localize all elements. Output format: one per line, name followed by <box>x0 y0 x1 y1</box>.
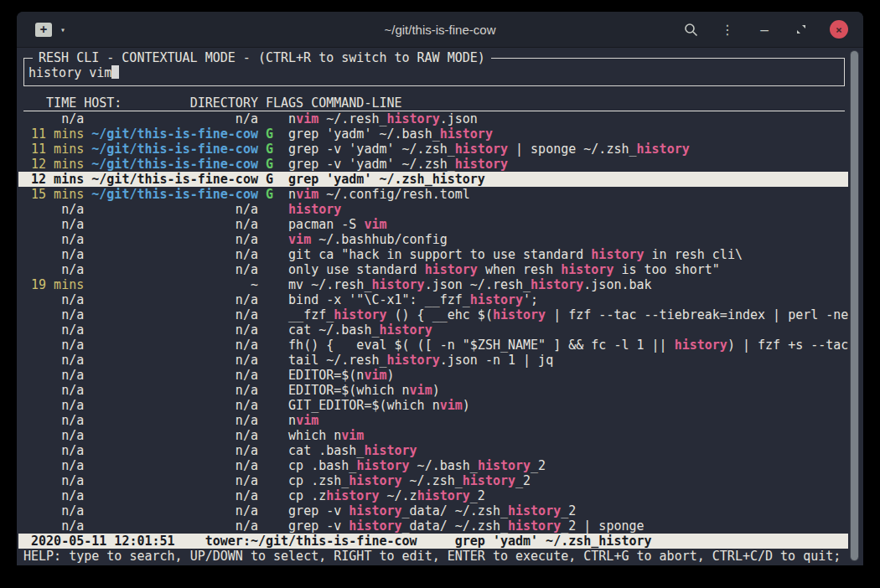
history-row[interactable]: n/a n/a bind -x '"\C-x1": __fzf_history'… <box>23 292 845 307</box>
titlebar[interactable]: + ▾ ~/git/this-is-fine-cow ⋮ – × <box>17 12 863 48</box>
history-row[interactable]: 11 mins ~/git/this-is-fine-cow G grep -v… <box>23 142 845 157</box>
history-row[interactable]: n/a n/a pacman -S vim <box>23 217 845 232</box>
history-row[interactable]: n/a n/a fh() { eval $( ([ -n "$ZSH_NAME"… <box>23 338 845 353</box>
search-icon[interactable] <box>682 21 699 38</box>
text-cursor <box>111 65 119 79</box>
history-row[interactable]: 12 mins ~/git/this-is-fine-cow G grep -v… <box>23 157 845 172</box>
close-button[interactable]: × <box>830 20 848 39</box>
restore-button[interactable] <box>793 21 810 38</box>
history-row[interactable]: n/a n/a cat .bash_history <box>23 443 845 458</box>
scrollbar-thumb[interactable] <box>851 51 858 560</box>
history-row[interactable]: n/a n/a which nvim <box>23 428 845 443</box>
history-row[interactable]: 19 mins ~ mv ~/.resh_history.json ~/.res… <box>23 277 845 292</box>
history-row[interactable]: 15 mins ~/git/this-is-fine-cow G nvim ~/… <box>23 187 845 202</box>
history-row[interactable]: n/a n/a history <box>23 202 845 217</box>
history-row[interactable]: n/a n/a cat ~/.bash_history <box>23 322 845 338</box>
history-row[interactable]: n/a n/a grep -v history_data/ ~/.zsh_his… <box>23 518 845 534</box>
status-bar: 2020-05-11 12:01:51 tower:~/git/this-is-… <box>18 534 848 549</box>
history-row[interactable]: n/a n/a nvim ~/.resh_history.json <box>23 111 845 126</box>
history-row[interactable]: n/a n/a vim ~/.bashhub/config <box>23 232 845 247</box>
history-row[interactable]: n/a n/a __fzf_history () { __ehc $(histo… <box>23 307 845 322</box>
history-row[interactable]: n/a n/a GIT_EDITOR=$(which nvim) <box>23 398 845 413</box>
minimize-button[interactable]: – <box>756 21 773 38</box>
history-row[interactable]: n/a n/a cp .zhistory ~/.zhistory_2 <box>23 488 845 503</box>
terminal-window: + ▾ ~/git/this-is-fine-cow ⋮ – × RESH CL… <box>17 12 863 565</box>
help-line: HELP: type to search, UP/DOWN to select,… <box>23 549 845 564</box>
history-row[interactable]: n/a n/a tail ~/.resh_history.json -n 1 |… <box>23 353 845 368</box>
history-row[interactable]: n/a n/a EDITOR=$(which nvim) <box>23 383 845 398</box>
terminal-content: RESH CLI - CONTEXTUAL MODE - (CTRL+R to … <box>17 48 863 564</box>
history-row[interactable]: n/a n/a cp .zsh_history ~/.zsh_history_2 <box>23 473 845 488</box>
history-row[interactable]: n/a n/a nvim <box>23 413 845 428</box>
table-header: TIME HOST: DIRECTORY FLAGS COMMAND-LINE <box>23 95 845 111</box>
history-row[interactable]: 11 mins ~/git/this-is-fine-cow G grep 'y… <box>23 126 845 142</box>
chevron-down-icon[interactable]: ▾ <box>60 25 65 34</box>
history-row[interactable]: n/a n/a grep -v history_data/ ~/.zsh_his… <box>23 503 845 518</box>
history-row-selected[interactable]: 12 mins ~/git/this-is-fine-cow G grep 'y… <box>18 172 848 187</box>
search-input[interactable]: history vim <box>28 65 111 80</box>
history-row[interactable]: n/a n/a cp .bash_history ~/.bash_history… <box>23 458 845 473</box>
new-tab-button[interactable]: + <box>35 23 52 37</box>
history-row[interactable]: n/a n/a git ca "hack in support to use s… <box>23 247 845 262</box>
close-icon: × <box>836 23 842 36</box>
history-row[interactable]: n/a n/a only use standard history when r… <box>23 262 845 277</box>
history-table-body: n/a n/a nvim ~/.resh_history.json 11 min… <box>23 111 845 534</box>
scrollbar[interactable] <box>850 50 859 561</box>
plus-icon: + <box>40 23 47 35</box>
menu-kebab-icon[interactable]: ⋮ <box>719 21 736 38</box>
search-box-legend: RESH CLI - CONTEXTUAL MODE - (CTRL+R to … <box>33 50 491 65</box>
history-row[interactable]: n/a n/a EDITOR=$(nvim) <box>23 368 845 383</box>
search-box[interactable]: RESH CLI - CONTEXTUAL MODE - (CTRL+R to … <box>23 58 845 86</box>
